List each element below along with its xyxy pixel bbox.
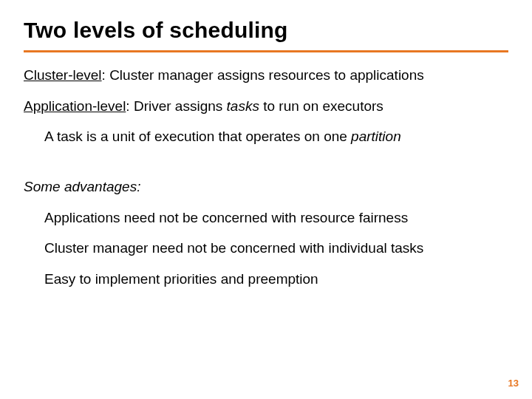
advantage-item: Easy to implement priorities and preempt… [44, 270, 508, 289]
page-number: 13 [508, 378, 519, 389]
task-definition-em: partition [351, 129, 401, 144]
slide: Two levels of scheduling Cluster-level: … [0, 0, 532, 399]
spacer [24, 158, 508, 177]
task-definition-line: A task is a unit of execution that opera… [44, 127, 508, 146]
application-level-label: Application-level [24, 98, 126, 114]
task-definition-text: A task is a unit of execution that opera… [44, 129, 351, 144]
slide-body: Cluster-level: Cluster manager assigns r… [24, 66, 508, 288]
advantages-heading: Some advantages: [24, 177, 508, 197]
title-divider [24, 50, 508, 52]
cluster-level-line: Cluster-level: Cluster manager assigns r… [24, 66, 508, 85]
application-level-text-1: : Driver assigns [126, 98, 226, 114]
cluster-level-label: Cluster-level [24, 67, 102, 83]
application-level-text-2: to run on executors [259, 98, 383, 114]
page-title: Two levels of scheduling [24, 18, 508, 43]
application-level-em: tasks [227, 98, 259, 114]
cluster-level-text: : Cluster manager assigns resources to a… [102, 67, 424, 83]
application-level-line: Application-level: Driver assigns tasks … [24, 97, 508, 116]
advantage-item: Applications need not be concerned with … [44, 208, 508, 228]
advantage-item: Cluster manager need not be concerned wi… [44, 239, 508, 258]
